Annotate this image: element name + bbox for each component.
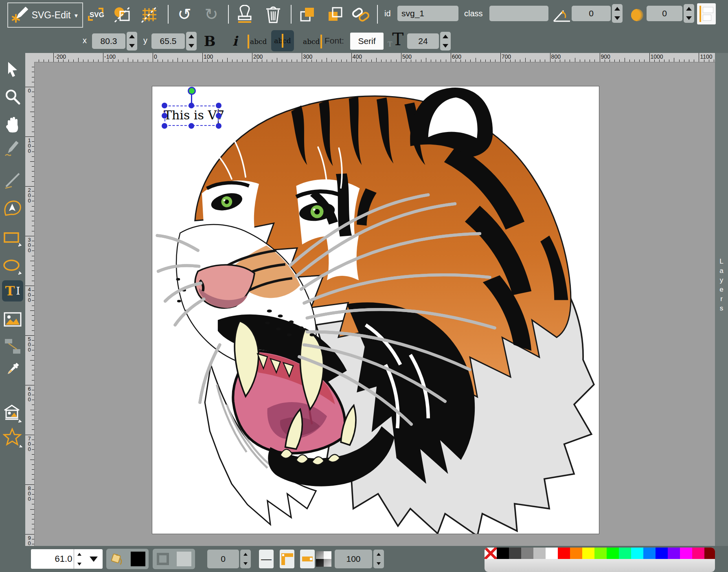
zoom-spinner[interactable] bbox=[74, 549, 85, 569]
pan-tool-button[interactable] bbox=[3, 115, 22, 134]
zoom-preset-dropdown[interactable] bbox=[85, 549, 103, 569]
font-size-up-button[interactable] bbox=[440, 32, 451, 41]
x-input[interactable]: 80.3 bbox=[92, 33, 125, 49]
selection-handle-sw[interactable] bbox=[162, 123, 167, 129]
palette-swatch[interactable] bbox=[680, 548, 692, 559]
selection-handle-se[interactable] bbox=[216, 123, 221, 129]
image-tool-button[interactable] bbox=[3, 310, 22, 329]
selection-handle-e[interactable] bbox=[216, 113, 221, 119]
stroke-width-down-button[interactable] bbox=[240, 559, 251, 568]
text-anchor-start-button[interactable]: abcd bbox=[248, 33, 268, 51]
stroke-style-button[interactable]: — bbox=[259, 550, 274, 568]
align-relative-selector[interactable] bbox=[697, 3, 716, 24]
snap-grid-button[interactable] bbox=[139, 4, 160, 24]
y-down-button[interactable] bbox=[186, 41, 197, 51]
palette-swatch[interactable] bbox=[546, 548, 558, 559]
ellipse-tool-button[interactable] bbox=[3, 257, 22, 277]
stroke-color-swatch[interactable] bbox=[177, 552, 191, 566]
selection-handle-ne[interactable] bbox=[216, 103, 221, 108]
stroke-width-spinner[interactable] bbox=[240, 550, 251, 568]
rect-tool-button[interactable] bbox=[3, 229, 22, 249]
y-spinner[interactable] bbox=[186, 32, 197, 51]
font-size-spinner[interactable] bbox=[440, 32, 451, 51]
stroke-width-input[interactable]: 0 bbox=[207, 550, 239, 568]
angle-spinner[interactable] bbox=[612, 4, 623, 23]
italic-button[interactable]: i bbox=[225, 31, 245, 51]
line-tool-button[interactable] bbox=[3, 170, 22, 190]
palette-swatch[interactable] bbox=[582, 548, 594, 559]
blur-spinner[interactable] bbox=[684, 4, 694, 23]
palette-swatch[interactable] bbox=[692, 548, 704, 559]
palette-swatch[interactable] bbox=[656, 548, 668, 559]
id-input[interactable] bbox=[397, 6, 458, 21]
palette-swatch[interactable] bbox=[558, 548, 570, 559]
redo-button[interactable]: ↻ bbox=[201, 4, 221, 24]
palette-swatch[interactable] bbox=[594, 548, 607, 559]
layers-panel-toggle[interactable]: Layers bbox=[715, 53, 728, 546]
opacity-gradient-icon[interactable] bbox=[316, 551, 331, 567]
selection-handle-nw[interactable] bbox=[162, 103, 167, 108]
blur-input[interactable]: 0 bbox=[647, 6, 682, 21]
star-tool-button[interactable] bbox=[3, 428, 22, 447]
class-input[interactable] bbox=[489, 6, 548, 21]
linejoin-button[interactable] bbox=[280, 550, 294, 568]
delete-button[interactable] bbox=[263, 4, 283, 24]
font-size-down-button[interactable] bbox=[440, 41, 451, 51]
text-anchor-end-button[interactable]: abcd bbox=[302, 33, 322, 51]
clone-button[interactable] bbox=[235, 4, 255, 24]
eyedropper-tool-button[interactable] bbox=[3, 359, 22, 379]
palette-swatch[interactable] bbox=[704, 548, 715, 559]
palette-swatch[interactable] bbox=[533, 548, 546, 559]
text-tool-button[interactable]: T I bbox=[2, 280, 23, 301]
palette-swatch[interactable] bbox=[631, 548, 643, 559]
opacity-down-button[interactable] bbox=[373, 559, 384, 568]
linecap-button[interactable] bbox=[300, 550, 315, 568]
selection-handle-w[interactable] bbox=[162, 113, 167, 119]
blur-down-button[interactable] bbox=[684, 13, 694, 23]
opacity-input[interactable]: 100 bbox=[335, 550, 372, 568]
palette-swatch[interactable] bbox=[619, 548, 631, 559]
main-menu-button[interactable]: SVG-Edit ▼ bbox=[7, 2, 83, 28]
selection-handle-n[interactable] bbox=[189, 103, 194, 108]
palette-swatch[interactable] bbox=[607, 548, 619, 559]
x-down-button[interactable] bbox=[127, 41, 137, 51]
text-anchor-middle-button[interactable]: abcd bbox=[271, 30, 294, 51]
opacity-up-button[interactable] bbox=[373, 550, 384, 559]
palette-swatch[interactable] bbox=[485, 548, 497, 559]
angle-down-button[interactable] bbox=[612, 13, 623, 23]
zoom-down-button[interactable] bbox=[74, 559, 85, 569]
angle-up-button[interactable] bbox=[612, 4, 623, 13]
x-spinner[interactable] bbox=[127, 32, 137, 51]
blur-up-button[interactable] bbox=[684, 4, 694, 13]
wireframe-button[interactable] bbox=[112, 4, 133, 24]
move-to-top-button[interactable] bbox=[297, 4, 318, 24]
palette-swatch[interactable] bbox=[497, 548, 509, 559]
palette-swatch[interactable] bbox=[668, 548, 680, 559]
x-up-button[interactable] bbox=[127, 32, 137, 41]
angle-input[interactable]: 0 bbox=[572, 6, 611, 21]
undo-button[interactable]: ↺ bbox=[174, 4, 195, 24]
connector-tool-button[interactable] bbox=[3, 337, 22, 356]
svg-canvas[interactable]: This is V7 bbox=[152, 86, 599, 534]
y-input[interactable]: 65.5 bbox=[151, 33, 185, 49]
palette-swatch[interactable] bbox=[643, 548, 656, 559]
pencil-tool-button[interactable] bbox=[3, 139, 22, 159]
stroke-width-up-button[interactable] bbox=[240, 550, 251, 559]
font-size-input[interactable]: 24 bbox=[407, 33, 439, 49]
source-editor-button[interactable]: SVG bbox=[86, 4, 106, 24]
palette-swatch[interactable] bbox=[570, 548, 582, 559]
opacity-spinner[interactable] bbox=[373, 550, 384, 568]
selection-handle-s[interactable] bbox=[189, 123, 194, 129]
zoom-input[interactable]: 61.0 bbox=[31, 549, 74, 569]
y-up-button[interactable] bbox=[186, 32, 197, 41]
zoom-widget[interactable]: 61.0 bbox=[31, 549, 103, 569]
fill-color-swatch[interactable] bbox=[131, 552, 145, 566]
zoom-tool-button[interactable] bbox=[3, 87, 22, 107]
zoom-up-button[interactable] bbox=[74, 549, 85, 559]
move-to-bottom-button[interactable] bbox=[325, 4, 345, 24]
make-link-button[interactable] bbox=[350, 4, 371, 24]
shape-library-button[interactable] bbox=[3, 403, 22, 423]
select-tool-button[interactable] bbox=[3, 59, 22, 79]
palette-swatch[interactable] bbox=[509, 548, 521, 559]
font-family-button[interactable]: Serif bbox=[350, 33, 384, 50]
